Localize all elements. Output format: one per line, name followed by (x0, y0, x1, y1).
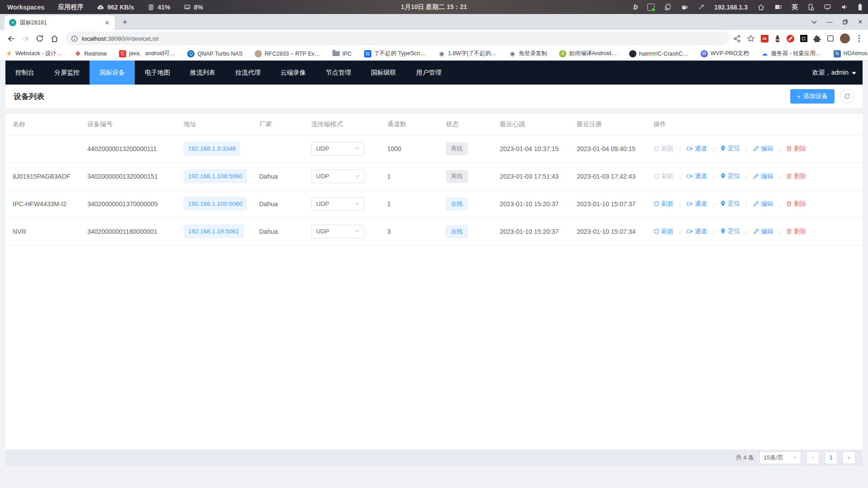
nav-item[interactable]: 国标设备 (90, 61, 135, 85)
screenshot-extension-icon[interactable] (800, 35, 807, 42)
stream-mode-select[interactable]: UDP (311, 225, 365, 238)
nav-item[interactable]: 分屏监控 (44, 61, 90, 85)
share-icon[interactable] (733, 35, 741, 43)
bookmark-item[interactable]: ☁ 服务器 - 轻量应用… (761, 50, 821, 57)
window-restore-button[interactable] (837, 14, 853, 30)
nav-item[interactable]: 节点管理 (316, 61, 361, 85)
refresh-action[interactable]: 刷新 (654, 200, 674, 208)
input-language-indicator[interactable]: 英 (792, 3, 798, 11)
stream-mode-select[interactable]: UDP (311, 197, 365, 211)
nav-item[interactable]: 用户管理 (406, 61, 451, 85)
refresh-action[interactable]: 刷新 (654, 227, 674, 236)
bottle-extension-icon[interactable] (774, 35, 781, 43)
new-tab-button[interactable]: + (119, 16, 131, 28)
tab-close-icon[interactable]: ✕ (103, 19, 111, 27)
back-button[interactable] (4, 31, 18, 46)
edit-action[interactable]: 编辑 (753, 200, 773, 208)
bookmark-item[interactable]: 知 了不起的 TypeScri… (364, 50, 426, 57)
bookmark-item[interactable]: W WVP-PRO文档 (701, 50, 749, 57)
forward-button[interactable] (18, 31, 33, 46)
nav-item[interactable]: 电子地图 (135, 61, 180, 85)
workspace-switcher-icon[interactable] (774, 4, 782, 10)
home-tray-icon[interactable] (757, 4, 765, 11)
tab-search-icon[interactable] (806, 14, 822, 30)
delete-action[interactable]: 删除 (786, 145, 806, 153)
locate-action[interactable]: 定位 (720, 227, 740, 235)
bookmark-item[interactable]: hairrrrr/C-CrashC… (629, 50, 688, 57)
window-close-button[interactable]: ✕ (853, 14, 868, 30)
adblock-extension-icon[interactable] (787, 35, 794, 43)
device-id: 34020000001180000001 (87, 228, 157, 235)
clipboard-tray-icon[interactable] (664, 4, 671, 11)
js-extension-icon[interactable]: JS (761, 35, 768, 43)
channel-action[interactable]: 通道 (687, 172, 707, 180)
nav-item[interactable]: 拉流代理 (225, 61, 270, 85)
workspaces-button[interactable]: Workspaces (7, 4, 44, 11)
ip-address-indicator[interactable]: 192.168.1.3 (714, 4, 748, 11)
nav-item[interactable]: 国标级联 (361, 61, 406, 85)
bookmark-item[interactable]: ◉ 免登录复制 (509, 50, 547, 57)
delete-action[interactable]: 删除 (786, 227, 806, 236)
bookmark-item[interactable]: ❖ Webstack - 设计… (5, 50, 62, 57)
home-button[interactable] (47, 31, 62, 46)
web-app-viewport: 控制台分屏监控国标设备电子地图推流列表拉流代理云端录像节点管理国标级联用户管理 … (0, 61, 868, 488)
bookmark-item[interactable]: A 如何编译Android… (559, 50, 617, 57)
browser-menu-icon[interactable] (856, 35, 863, 42)
refresh-list-button[interactable] (840, 89, 854, 104)
reading-list-icon[interactable] (827, 35, 834, 42)
edit-action[interactable]: 编辑 (753, 145, 773, 153)
bookmark-item[interactable]: N HDAtmos :: 种子 "… (834, 50, 868, 57)
extensions-puzzle-icon[interactable] (813, 35, 821, 43)
display-tray-icon[interactable] (824, 4, 831, 10)
bookmark-item[interactable]: C java、android可… (119, 50, 175, 57)
locate-action[interactable]: 定位 (720, 144, 740, 152)
bing-tray-icon[interactable]: b (633, 3, 638, 11)
browser-tab[interactable]: ✦ 国标28181 ✕ (5, 15, 115, 30)
edit-action[interactable]: 编辑 (753, 172, 773, 180)
app-indicator-icon[interactable] (647, 4, 655, 11)
prev-page-button[interactable]: ‹ (806, 451, 819, 464)
user-menu[interactable]: 欢迎，admin (812, 61, 863, 85)
profile-avatar[interactable] (840, 33, 850, 43)
reload-button[interactable] (33, 31, 47, 46)
bookmark-item[interactable]: Q QNAP Turbo NAS (187, 50, 242, 57)
nav-item[interactable]: 云端录像 (270, 61, 316, 85)
nav-item[interactable]: 控制台 (5, 61, 44, 85)
bookmark-star-icon[interactable] (747, 34, 755, 43)
coffee-tray-icon[interactable] (681, 4, 688, 10)
bookmark-item[interactable]: IPC (332, 51, 352, 57)
bookmark-item[interactable]: ✤ Redmine (74, 50, 107, 57)
site-info-icon[interactable] (71, 35, 78, 42)
stream-mode-select[interactable]: UDP (311, 170, 365, 183)
cpu-usage-indicator[interactable]: 41% (147, 4, 170, 11)
refresh-action[interactable]: 刷新 (654, 172, 674, 180)
channel-action[interactable]: 通道 (687, 227, 707, 236)
channel-action[interactable]: 通道 (687, 145, 707, 153)
clock-indicator[interactable]: 1月10日 星期二 15：21 (401, 3, 467, 11)
page-number-button[interactable]: 1 (825, 451, 837, 464)
stream-mode-select[interactable]: UDP (311, 142, 365, 156)
delete-action[interactable]: 删除 (786, 200, 806, 208)
next-page-button[interactable]: › (843, 451, 855, 464)
add-device-button[interactable]: + 添加设备 (790, 89, 835, 104)
url-omnibox[interactable]: localhost:38080/#/deviceList (65, 32, 730, 45)
phone-link-tray-icon[interactable] (807, 4, 814, 11)
window-minimize-button[interactable]: — (822, 14, 837, 30)
memory-usage-indicator[interactable]: 8% (184, 4, 203, 11)
edit-action[interactable]: 编辑 (753, 227, 773, 236)
channel-action[interactable]: 通道 (687, 200, 707, 208)
applications-button[interactable]: 应用程序 (58, 3, 83, 11)
color-picker-tray-icon[interactable] (698, 4, 705, 10)
page-size-select[interactable]: 15条/页 (759, 451, 801, 464)
refresh-action[interactable]: 刷新 (654, 145, 674, 153)
nav-item[interactable]: 推流列表 (180, 61, 225, 85)
trash-icon (786, 201, 792, 207)
bookmark-item[interactable]: RFC2833 – RTP Ev… (255, 50, 320, 57)
locate-action[interactable]: 定位 (720, 172, 740, 180)
bookmark-item[interactable]: ◉ 1.8W字|了不起的… (438, 50, 496, 57)
volume-tray-icon[interactable] (841, 4, 848, 10)
locate-action[interactable]: 定位 (720, 199, 740, 208)
battery-tray-icon[interactable] (858, 3, 863, 11)
network-speed-indicator[interactable]: 962 KB/s (97, 4, 134, 11)
delete-action[interactable]: 删除 (786, 172, 806, 180)
